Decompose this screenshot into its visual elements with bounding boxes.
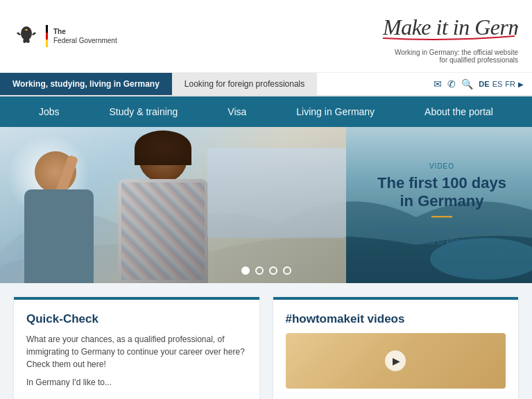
- lang-expand-icon[interactable]: ▶: [518, 80, 524, 88]
- carousel-dot-4[interactable]: [283, 266, 291, 275]
- header-branding: Make it in Germany Working in Germany: t…: [379, 8, 518, 64]
- hero-description: Our video explains everything you need t…: [372, 225, 511, 248]
- language-switcher: DE ES FR ▶: [479, 80, 524, 88]
- hero-divider: [431, 217, 452, 218]
- government-name: The Federal Government: [53, 27, 117, 45]
- tab-foreign-professionals[interactable]: Looking for foreign professionals: [172, 73, 317, 95]
- logo-area: The Federal Government: [14, 24, 117, 49]
- quick-check-card: Quick-Check What are your chances, as a …: [14, 297, 259, 399]
- hero-carousel-dots: [241, 266, 291, 275]
- header-icons: ✉ ✆ 🔍 DE ES FR ▶: [434, 78, 532, 90]
- hero-text-block: VIDEO The first 100 days in Germany Our …: [372, 162, 511, 248]
- howtomakeit-card: #howtomakeit videos ▶: [273, 297, 519, 399]
- nav-visa[interactable]: Visa: [228, 106, 246, 117]
- carousel-dot-2[interactable]: [255, 266, 264, 275]
- nav-jobs[interactable]: Jobs: [39, 106, 60, 117]
- quick-check-title: Quick-Check: [26, 312, 247, 326]
- flag-stripe: [46, 25, 48, 47]
- main-navigation: Jobs Study & training Visa Living in Ger…: [0, 96, 532, 127]
- nav-study-training[interactable]: Study & training: [110, 106, 178, 117]
- hero-title: The first 100 days in Germany: [372, 174, 511, 211]
- howtomakeit-thumbnail[interactable]: ▶: [286, 333, 506, 389]
- nav-tabs-bar: Working, studying, living in Germany Loo…: [0, 73, 532, 96]
- nav-about-portal[interactable]: About the portal: [424, 106, 493, 117]
- svg-text:Make it in Germany: Make it in Germany: [382, 15, 518, 40]
- hero-banner: VIDEO The first 100 days in Germany Our …: [0, 127, 532, 283]
- carousel-dot-1[interactable]: [241, 266, 250, 275]
- lang-de[interactable]: DE: [479, 80, 489, 88]
- search-icon[interactable]: 🔍: [461, 78, 473, 90]
- federal-eagle-icon: [14, 24, 39, 49]
- email-icon[interactable]: ✉: [434, 78, 442, 90]
- carousel-dot-3[interactable]: [269, 266, 277, 275]
- header-tagline: Working in Germany: the official website…: [395, 49, 518, 64]
- svg-rect-2: [25, 29, 28, 31]
- quick-check-cta[interactable]: In Germany I'd like to...: [26, 376, 247, 389]
- site-header: The Federal Government Make it in German…: [0, 0, 532, 73]
- hero-image: [0, 127, 346, 283]
- lang-fr[interactable]: FR: [505, 80, 515, 88]
- make-it-germany-logo: Make it in Germany: [379, 8, 518, 46]
- tab-working-studying[interactable]: Working, studying, living in Germany: [0, 73, 172, 95]
- lang-es[interactable]: ES: [492, 80, 503, 88]
- quick-check-text: What are your chances, as a qualified pr…: [26, 333, 247, 371]
- cards-section: Quick-Check What are your chances, as a …: [0, 283, 532, 399]
- nav-living-germany[interactable]: Living in Germany: [296, 106, 375, 117]
- phone-icon[interactable]: ✆: [447, 78, 456, 90]
- howtomakeit-title: #howtomakeit videos: [286, 312, 506, 326]
- hero-video-label: VIDEO: [372, 162, 511, 170]
